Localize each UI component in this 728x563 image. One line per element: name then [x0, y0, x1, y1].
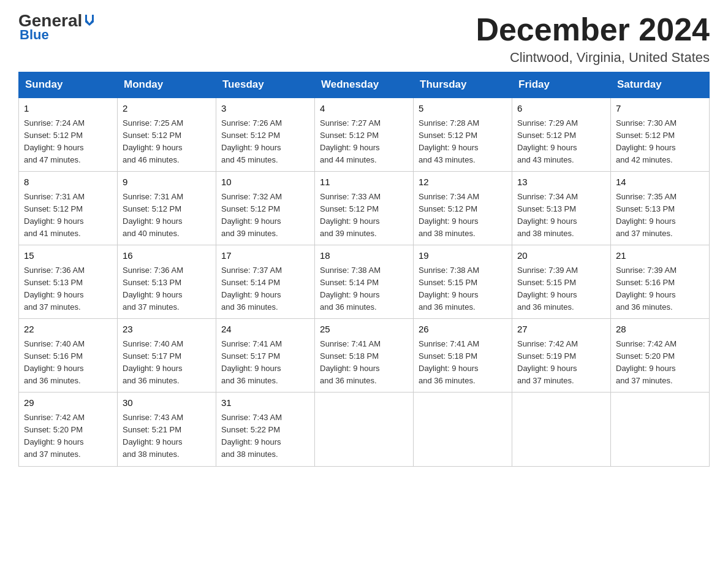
day-number: 2: [123, 102, 211, 116]
table-row: 27 Sunrise: 7:42 AMSunset: 5:19 PMDaylig…: [512, 319, 611, 393]
day-number: 23: [123, 323, 211, 337]
table-row: 29 Sunrise: 7:42 AMSunset: 5:20 PMDaylig…: [19, 393, 118, 466]
calendar-week-row: 15 Sunrise: 7:36 AMSunset: 5:13 PMDaylig…: [19, 245, 710, 319]
table-row: 14 Sunrise: 7:35 AMSunset: 5:13 PMDaylig…: [611, 172, 710, 245]
col-thursday: Thursday: [414, 72, 512, 98]
table-row: 15 Sunrise: 7:36 AMSunset: 5:13 PMDaylig…: [19, 245, 118, 319]
day-number: 19: [419, 249, 507, 263]
table-row: 31 Sunrise: 7:43 AMSunset: 5:22 PMDaylig…: [216, 393, 315, 466]
table-row: 5 Sunrise: 7:28 AMSunset: 5:12 PMDayligh…: [414, 98, 512, 172]
day-info: Sunrise: 7:33 AMSunset: 5:12 PMDaylight:…: [320, 192, 381, 238]
day-number: 1: [24, 102, 112, 116]
day-number: 27: [517, 323, 605, 337]
day-info: Sunrise: 7:25 AMSunset: 5:12 PMDaylight:…: [123, 118, 183, 164]
day-info: Sunrise: 7:41 AMSunset: 5:17 PMDaylight:…: [221, 339, 282, 385]
table-row: 26 Sunrise: 7:41 AMSunset: 5:18 PMDaylig…: [414, 319, 512, 393]
table-row: 10 Sunrise: 7:32 AMSunset: 5:12 PMDaylig…: [216, 172, 315, 245]
day-info: Sunrise: 7:43 AMSunset: 5:22 PMDaylight:…: [221, 413, 282, 459]
day-info: Sunrise: 7:37 AMSunset: 5:14 PMDaylight:…: [221, 266, 282, 312]
day-number: 26: [419, 323, 507, 337]
day-info: Sunrise: 7:26 AMSunset: 5:12 PMDaylight:…: [221, 118, 282, 164]
day-info: Sunrise: 7:36 AMSunset: 5:13 PMDaylight:…: [123, 266, 183, 312]
day-info: Sunrise: 7:30 AMSunset: 5:12 PMDaylight:…: [616, 118, 677, 164]
day-number: 25: [320, 323, 408, 337]
table-row: 6 Sunrise: 7:29 AMSunset: 5:12 PMDayligh…: [512, 98, 611, 172]
day-number: 9: [123, 175, 211, 190]
col-sunday: Sunday: [19, 72, 118, 98]
table-row: 11 Sunrise: 7:33 AMSunset: 5:12 PMDaylig…: [315, 172, 414, 245]
table-row: 4 Sunrise: 7:27 AMSunset: 5:12 PMDayligh…: [315, 98, 414, 172]
day-info: Sunrise: 7:42 AMSunset: 5:20 PMDaylight:…: [616, 339, 677, 385]
day-info: Sunrise: 7:34 AMSunset: 5:12 PMDaylight:…: [419, 192, 479, 238]
day-info: Sunrise: 7:42 AMSunset: 5:20 PMDaylight:…: [24, 413, 85, 459]
calendar-week-row: 1 Sunrise: 7:24 AMSunset: 5:12 PMDayligh…: [19, 98, 710, 172]
table-row: 19 Sunrise: 7:38 AMSunset: 5:15 PMDaylig…: [414, 245, 512, 319]
page-header: General Blue December 2024 Clintwood, Vi…: [18, 12, 710, 66]
day-number: 18: [320, 249, 408, 263]
day-info: Sunrise: 7:42 AMSunset: 5:19 PMDaylight:…: [517, 339, 578, 385]
day-info: Sunrise: 7:29 AMSunset: 5:12 PMDaylight:…: [517, 118, 578, 164]
calendar-week-row: 29 Sunrise: 7:42 AMSunset: 5:20 PMDaylig…: [19, 393, 710, 466]
day-info: Sunrise: 7:39 AMSunset: 5:15 PMDaylight:…: [517, 266, 578, 312]
logo-arrow-icon: [83, 13, 96, 27]
table-row: 16 Sunrise: 7:36 AMSunset: 5:13 PMDaylig…: [118, 245, 216, 319]
col-wednesday: Wednesday: [315, 72, 414, 98]
day-number: 24: [221, 323, 309, 337]
table-row: 13 Sunrise: 7:34 AMSunset: 5:13 PMDaylig…: [512, 172, 611, 245]
day-info: Sunrise: 7:28 AMSunset: 5:12 PMDaylight:…: [419, 118, 479, 164]
day-number: 21: [616, 249, 704, 263]
day-info: Sunrise: 7:41 AMSunset: 5:18 PMDaylight:…: [419, 339, 479, 385]
day-number: 10: [221, 175, 309, 190]
table-row: [414, 393, 512, 466]
day-info: Sunrise: 7:36 AMSunset: 5:13 PMDaylight:…: [24, 266, 85, 312]
day-number: 16: [123, 249, 211, 263]
day-info: Sunrise: 7:40 AMSunset: 5:17 PMDaylight:…: [123, 339, 183, 385]
table-row: 9 Sunrise: 7:31 AMSunset: 5:12 PMDayligh…: [118, 172, 216, 245]
table-row: 7 Sunrise: 7:30 AMSunset: 5:12 PMDayligh…: [611, 98, 710, 172]
day-number: 12: [419, 175, 507, 190]
calendar-week-row: 8 Sunrise: 7:31 AMSunset: 5:12 PMDayligh…: [19, 172, 710, 245]
day-number: 29: [24, 396, 112, 410]
day-info: Sunrise: 7:38 AMSunset: 5:14 PMDaylight:…: [320, 266, 381, 312]
table-row: 2 Sunrise: 7:25 AMSunset: 5:12 PMDayligh…: [118, 98, 216, 172]
table-row: 22 Sunrise: 7:40 AMSunset: 5:16 PMDaylig…: [19, 319, 118, 393]
day-info: Sunrise: 7:31 AMSunset: 5:12 PMDaylight:…: [24, 192, 85, 238]
day-info: Sunrise: 7:31 AMSunset: 5:12 PMDaylight:…: [123, 192, 183, 238]
day-number: 5: [419, 102, 507, 116]
day-info: Sunrise: 7:34 AMSunset: 5:13 PMDaylight:…: [517, 192, 578, 238]
day-number: 7: [616, 102, 704, 116]
calendar-header-row: Sunday Monday Tuesday Wednesday Thursday…: [19, 72, 710, 98]
day-number: 15: [24, 249, 112, 263]
day-number: 8: [24, 175, 112, 190]
table-row: 12 Sunrise: 7:34 AMSunset: 5:12 PMDaylig…: [414, 172, 512, 245]
table-row: 3 Sunrise: 7:26 AMSunset: 5:12 PMDayligh…: [216, 98, 315, 172]
table-row: 24 Sunrise: 7:41 AMSunset: 5:17 PMDaylig…: [216, 319, 315, 393]
day-info: Sunrise: 7:38 AMSunset: 5:15 PMDaylight:…: [419, 266, 479, 312]
day-info: Sunrise: 7:40 AMSunset: 5:16 PMDaylight:…: [24, 339, 85, 385]
table-row: [611, 393, 710, 466]
table-row: 30 Sunrise: 7:43 AMSunset: 5:21 PMDaylig…: [118, 393, 216, 466]
day-number: 6: [517, 102, 605, 116]
col-monday: Monday: [118, 72, 216, 98]
day-number: 30: [123, 396, 211, 410]
day-number: 22: [24, 323, 112, 337]
day-number: 4: [320, 102, 408, 116]
day-number: 17: [221, 249, 309, 263]
logo-blue-text: Blue: [20, 27, 49, 43]
day-number: 28: [616, 323, 704, 337]
day-info: Sunrise: 7:35 AMSunset: 5:13 PMDaylight:…: [616, 192, 677, 238]
table-row: [512, 393, 611, 466]
calendar-week-row: 22 Sunrise: 7:40 AMSunset: 5:16 PMDaylig…: [19, 319, 710, 393]
calendar-table: Sunday Monday Tuesday Wednesday Thursday…: [18, 72, 710, 466]
table-row: 23 Sunrise: 7:40 AMSunset: 5:17 PMDaylig…: [118, 319, 216, 393]
day-info: Sunrise: 7:27 AMSunset: 5:12 PMDaylight:…: [320, 118, 381, 164]
col-saturday: Saturday: [611, 72, 710, 98]
table-row: 25 Sunrise: 7:41 AMSunset: 5:18 PMDaylig…: [315, 319, 414, 393]
day-number: 14: [616, 175, 704, 190]
day-number: 31: [221, 396, 309, 410]
month-title: December 2024: [476, 12, 710, 47]
logo: General Blue: [18, 12, 96, 43]
day-number: 3: [221, 102, 309, 116]
table-row: 20 Sunrise: 7:39 AMSunset: 5:15 PMDaylig…: [512, 245, 611, 319]
table-row: 17 Sunrise: 7:37 AMSunset: 5:14 PMDaylig…: [216, 245, 315, 319]
